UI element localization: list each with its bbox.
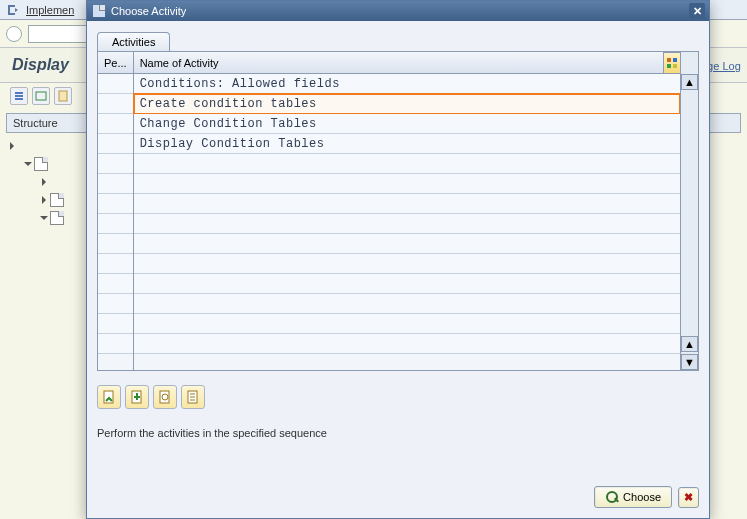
dialog-icon	[93, 5, 105, 17]
tabstrip: Activities	[97, 29, 699, 51]
choose-button-label: Choose	[623, 491, 661, 503]
svg-rect-3	[673, 58, 677, 62]
svg-rect-1	[59, 91, 67, 101]
document-icon	[50, 211, 64, 225]
document-action-bar	[97, 385, 699, 409]
document-icon	[50, 193, 64, 207]
cancel-button[interactable]: ✖	[678, 487, 699, 508]
close-icon[interactable]: ✕	[689, 3, 705, 19]
scroll-up-icon[interactable]: ▲	[681, 74, 698, 90]
column-header-perform[interactable]: Pe...	[98, 52, 133, 74]
exit-icon[interactable]	[6, 3, 20, 17]
vertical-scrollbar[interactable]: ▲ ▲ ▼	[680, 52, 698, 370]
dialog-title-text: Choose Activity	[111, 5, 186, 17]
doc-action-4[interactable]	[181, 385, 205, 409]
svg-rect-0	[36, 92, 46, 100]
dialog-footer: Choose ✖	[97, 486, 699, 508]
perform-cell[interactable]	[98, 114, 133, 134]
activity-table: Pe... Name of Activity Conditions: Allow…	[97, 51, 699, 371]
ok-icon[interactable]	[6, 26, 22, 42]
instruction-text: Perform the activities in the specified …	[97, 427, 699, 439]
perform-cell[interactable]	[98, 74, 133, 94]
expand-all-icon[interactable]	[10, 87, 28, 105]
doc-action-2[interactable]	[125, 385, 149, 409]
column-header-name[interactable]: Name of Activity	[134, 52, 680, 74]
dialog-titlebar: Choose Activity ✕	[87, 1, 709, 21]
scroll-up2-icon[interactable]: ▲	[681, 336, 698, 352]
where-used-icon[interactable]	[32, 87, 50, 105]
svg-rect-2	[667, 58, 671, 62]
svg-rect-4	[667, 64, 671, 68]
activity-row-selected[interactable]: Create condition tables	[134, 94, 680, 114]
document-icon	[34, 157, 48, 171]
app-root: Implemen Display Structure nge Log Choos…	[0, 0, 747, 519]
tab-activities[interactable]: Activities	[97, 32, 170, 51]
choose-activity-dialog: Choose Activity ✕ Activities Pe... Name …	[86, 0, 710, 519]
magnifier-icon	[605, 490, 619, 504]
doc-action-1[interactable]	[97, 385, 121, 409]
menu-implement[interactable]: Implemen	[26, 4, 74, 16]
scroll-down-icon[interactable]: ▼	[681, 354, 698, 370]
activity-row[interactable]: Change Condition Tables	[134, 114, 680, 134]
perform-cell[interactable]	[98, 134, 133, 154]
perform-cell[interactable]	[98, 94, 133, 114]
table-settings-icon[interactable]	[663, 52, 681, 74]
clipboard-icon[interactable]	[54, 87, 72, 105]
svg-rect-5	[673, 64, 677, 68]
choose-button[interactable]: Choose	[594, 486, 672, 508]
activity-row[interactable]: Conditions: Allowed fields	[134, 74, 680, 94]
activity-row[interactable]: Display Condition Tables	[134, 134, 680, 154]
doc-action-3[interactable]	[153, 385, 177, 409]
